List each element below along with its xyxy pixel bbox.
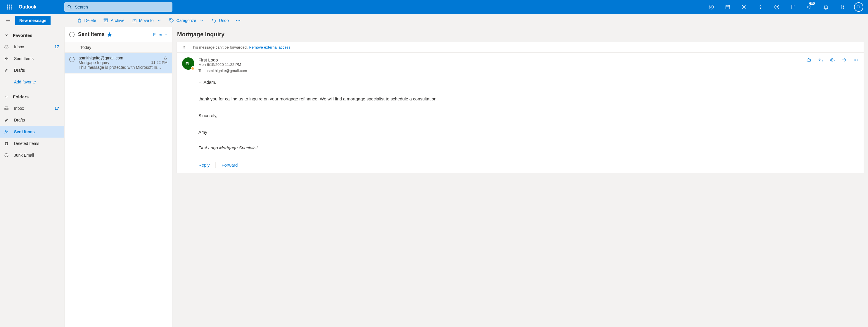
account-button[interactable]: FL <box>851 0 866 14</box>
reply-icon[interactable] <box>818 57 823 63</box>
delete-button[interactable]: Delete <box>74 15 99 26</box>
pencil-icon <box>4 118 9 122</box>
block-icon <box>4 153 9 158</box>
more-actions-icon[interactable] <box>853 57 858 63</box>
folder-nav: Favorites Inbox 17 Sent Items Drafts Add… <box>0 27 64 327</box>
message-card: This message can't be forwarded. Remove … <box>177 42 864 173</box>
remove-access-link[interactable]: Remove external access <box>249 45 290 50</box>
nav-deleted[interactable]: Deleted Items <box>0 138 64 149</box>
move-to-button[interactable]: Move to <box>129 15 165 26</box>
emoji-icon[interactable] <box>770 0 784 14</box>
chevron-down-icon <box>4 33 9 37</box>
favorites-header[interactable]: Favorites <box>0 29 64 41</box>
like-icon[interactable] <box>806 57 812 63</box>
nav-inbox[interactable]: Inbox 17 <box>0 103 64 114</box>
calendar-icon[interactable] <box>721 0 735 14</box>
undo-icon <box>211 18 217 23</box>
signature-line: First Logo Mortgage Specialist <box>198 144 858 152</box>
svg-point-28 <box>856 60 856 60</box>
nav-toggle-icon[interactable] <box>2 15 14 26</box>
command-bar: New message Delete Archive Move to Categ… <box>0 14 868 27</box>
to-value: asmithignite@gmail.com <box>206 69 247 73</box>
announcements-icon[interactable]: 19 <box>803 0 816 14</box>
chevron-down-icon <box>164 33 167 36</box>
nav-drafts[interactable]: Drafts <box>0 114 64 126</box>
undo-label: Undo <box>219 18 228 23</box>
categorize-button[interactable]: Categorize <box>166 15 208 26</box>
svg-point-17 <box>777 6 778 7</box>
svg-point-3 <box>7 7 8 8</box>
flag-icon[interactable] <box>786 0 800 14</box>
skype-icon[interactable] <box>704 0 718 14</box>
nav-fav-drafts[interactable]: Drafts <box>0 64 64 76</box>
forward-arrow-icon[interactable] <box>841 57 847 63</box>
nav-item-label: Junk Email <box>14 153 34 158</box>
app-name[interactable]: Outlook <box>19 4 38 10</box>
move-to-label: Move to <box>139 18 154 23</box>
svg-point-5 <box>11 7 11 8</box>
nav-fav-inbox[interactable]: Inbox 17 <box>0 41 64 53</box>
nav-junk[interactable]: Junk Email <box>0 149 64 161</box>
svg-point-4 <box>9 7 10 8</box>
reading-pane: Mortgage Inquiry This message can't be f… <box>173 27 868 327</box>
more-commands-icon[interactable] <box>233 20 243 21</box>
message-body: Hi Adam, thank you for calling us to inq… <box>177 75 864 158</box>
svg-point-16 <box>776 6 776 7</box>
search-input[interactable] <box>72 5 169 9</box>
reading-subject: Mortgage Inquiry <box>177 27 864 42</box>
svg-point-13 <box>744 6 745 8</box>
message-time: 11:22 PM <box>151 60 167 65</box>
lock-icon <box>182 45 186 50</box>
sender-avatar-icon[interactable]: FL <box>182 57 194 70</box>
inbox-icon <box>4 45 9 49</box>
favorite-star-icon[interactable]: ★ <box>107 31 112 38</box>
add-favorite-link[interactable]: Add favorite <box>0 76 64 88</box>
body-greeting: Hi Adam, <box>198 78 858 87</box>
to-label: To: <box>198 69 204 73</box>
body-signature-name: Amy <box>198 128 858 137</box>
svg-line-10 <box>70 8 71 9</box>
nav-item-label: Drafts <box>14 118 25 122</box>
svg-point-15 <box>775 5 779 9</box>
nav-item-label: Sent Items <box>14 56 34 61</box>
app-header: Outlook 19 FL <box>0 0 868 14</box>
help-icon[interactable] <box>753 0 768 14</box>
nav-item-label: Sent Items <box>14 129 35 134</box>
reply-button[interactable]: Reply <box>198 162 210 167</box>
list-title: Sent Items <box>78 31 105 37</box>
chevron-down-icon <box>4 94 9 99</box>
inbox-icon <box>4 106 9 111</box>
separator <box>215 162 216 168</box>
tools-icon[interactable] <box>835 0 849 14</box>
message-item[interactable]: asmithignite@gmail.com Mortgage Inquiry … <box>65 53 172 74</box>
svg-line-24 <box>5 154 8 156</box>
archive-button[interactable]: Archive <box>100 15 127 26</box>
app-launcher-icon[interactable] <box>2 0 17 14</box>
filter-button[interactable]: Filter <box>153 32 167 37</box>
folders-header[interactable]: Folders <box>0 91 64 103</box>
filter-label: Filter <box>153 32 162 37</box>
list-header: Sent Items ★ Filter <box>65 27 172 42</box>
categorize-label: Categorize <box>177 18 196 23</box>
undo-button[interactable]: Undo <box>208 15 231 26</box>
settings-icon[interactable] <box>737 0 751 14</box>
trash-icon <box>4 141 9 146</box>
forward-button[interactable]: Forward <box>221 162 238 167</box>
nav-sent-items[interactable]: Sent Items <box>0 126 64 138</box>
bell-icon[interactable] <box>819 0 833 14</box>
svg-rect-21 <box>104 19 108 20</box>
nav-fav-sent[interactable]: Sent Items <box>0 53 64 64</box>
folder-move-icon <box>131 18 137 23</box>
reply-all-icon[interactable] <box>830 57 835 63</box>
pencil-icon <box>4 68 9 73</box>
sender-name: First Logo <box>198 57 802 62</box>
svg-point-11 <box>709 5 714 9</box>
select-checkbox[interactable] <box>69 57 74 62</box>
new-message-button[interactable]: New message <box>15 16 51 25</box>
select-all-toggle[interactable] <box>69 32 74 37</box>
svg-point-7 <box>9 8 10 9</box>
nav-item-label: Deleted Items <box>14 141 39 146</box>
svg-point-8 <box>11 8 11 9</box>
archive-label: Archive <box>111 18 124 23</box>
search-box[interactable] <box>64 2 173 12</box>
